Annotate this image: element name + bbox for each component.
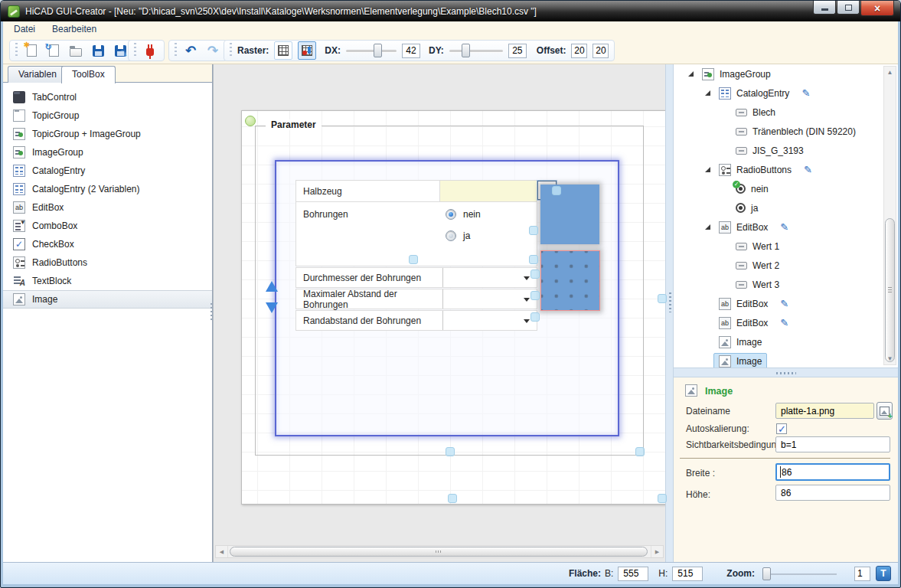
resize-handle[interactable]: [529, 226, 538, 235]
tree-item-nein[interactable]: nein: [674, 179, 898, 198]
vertical-splitter[interactable]: [665, 64, 674, 562]
move-vertical-arrows[interactable]: [264, 281, 279, 313]
resize-handle[interactable]: [409, 255, 418, 264]
scroll-up-arrow[interactable]: ▲: [884, 67, 896, 78]
text-mode-button[interactable]: T: [876, 566, 891, 581]
browse-image-button[interactable]: [877, 402, 893, 420]
tree-item-content[interactable]: Wert 2: [730, 258, 785, 273]
open-button[interactable]: [67, 41, 84, 60]
zoom-value-input[interactable]: [854, 567, 870, 581]
horizontal-splitter[interactable]: [674, 368, 898, 377]
edit-pencil-icon[interactable]: [804, 165, 812, 175]
toolbox-item-topicgroup-imagegroup[interactable]: TopicGroup + ImageGroup: [3, 125, 212, 143]
flaeche-b-input[interactable]: [618, 567, 648, 581]
tree-item-wert-2[interactable]: Wert 2: [674, 256, 898, 275]
autoskalierung-checkbox[interactable]: [776, 423, 787, 434]
resize-handle[interactable]: [658, 294, 667, 303]
hoehe-input[interactable]: [775, 485, 890, 501]
design-canvas[interactable]: Parameter Halbzeug Bohrungen nein: [213, 64, 665, 562]
grid-snap-toggle-button[interactable]: [298, 41, 316, 60]
zoom-slider[interactable]: [762, 567, 837, 581]
resize-handle[interactable]: [530, 291, 540, 300]
toolbox-item-topicgroup[interactable]: TopicGroup: [3, 106, 212, 125]
radio-option-nein[interactable]: nein: [446, 209, 481, 220]
tree-item-content[interactable]: CatalogEntry: [713, 85, 795, 102]
tree-item-ja[interactable]: ja: [674, 198, 898, 217]
menu-datei[interactable]: Datei: [14, 24, 35, 34]
toolbox-item-combobox[interactable]: ComboBox: [3, 217, 212, 235]
toolbox-item-tabcontrol[interactable]: TabControl: [3, 88, 212, 106]
breite-input[interactable]: [775, 463, 890, 481]
tree-item-editbox[interactable]: EditBox: [674, 313, 898, 332]
scroll-left-arrow[interactable]: ◀: [216, 546, 228, 557]
abstand-combobox[interactable]: [442, 289, 537, 309]
tree-item-wert-1[interactable]: Wert 1: [674, 237, 898, 256]
toolbox-item-image[interactable]: Image: [3, 290, 212, 309]
resize-handle[interactable]: [552, 186, 561, 195]
tree-item-blech[interactable]: Blech: [674, 103, 898, 122]
tree-expander-icon[interactable]: [701, 224, 713, 230]
edit-pencil-icon[interactable]: [780, 318, 788, 328]
design-page[interactable]: Parameter Halbzeug Bohrungen nein: [241, 110, 666, 505]
scroll-down-arrow[interactable]: ▼: [884, 353, 896, 364]
tree-item-content[interactable]: EditBox: [713, 219, 773, 236]
edit-pencil-icon[interactable]: [780, 222, 788, 232]
offset-y-input[interactable]: [593, 44, 609, 58]
tree-item-jis-g-3193[interactable]: JIS_G_3193: [674, 141, 898, 160]
dy-slider-thumb[interactable]: [462, 44, 470, 57]
tree-item-image[interactable]: Image: [674, 332, 898, 351]
tree-item-content[interactable]: Image: [713, 334, 767, 351]
redo-button[interactable]: ↷: [204, 41, 221, 60]
tree-item-content[interactable]: Wert 1: [730, 239, 785, 254]
tree-item-content[interactable]: ja: [730, 201, 763, 216]
scrollbar-thumb[interactable]: [230, 547, 648, 557]
tree-expander-icon[interactable]: [701, 90, 713, 96]
maximize-button[interactable]: [837, 1, 860, 15]
dy-value-input[interactable]: [508, 44, 527, 58]
toolbox-item-radiobuttons[interactable]: RadioButtons: [3, 253, 212, 272]
resize-handle[interactable]: [530, 270, 540, 279]
tree-item-content[interactable]: JIS_G_3193: [730, 143, 809, 158]
tab-toolbox[interactable]: ToolBox: [61, 66, 116, 83]
dx-value-input[interactable]: [402, 44, 420, 58]
toolbox-item-checkbox[interactable]: CheckBox: [3, 235, 212, 253]
flaeche-h-input[interactable]: [672, 567, 703, 581]
menu-bearbeiten[interactable]: Bearbeiten: [52, 24, 96, 34]
resize-handle[interactable]: [446, 447, 455, 456]
tree-item-content[interactable]: Image: [713, 353, 767, 368]
tree-item-content[interactable]: Blech: [730, 105, 781, 120]
edit-pencil-icon[interactable]: [780, 299, 788, 309]
resize-handle[interactable]: [530, 312, 540, 322]
resize-handle[interactable]: [448, 494, 457, 503]
toolbox-item-catalogentry[interactable]: CatalogEntry: [3, 162, 212, 180]
tree-item-wert-3[interactable]: Wert 3: [674, 275, 898, 294]
toolbox-item-textblock[interactable]: TextBlock: [3, 272, 212, 290]
tree-item-image[interactable]: Image: [674, 351, 898, 368]
sichtbarkeit-input[interactable]: [775, 436, 890, 452]
save-button[interactable]: [90, 41, 106, 60]
toolbox-item-editbox[interactable]: EditBox: [3, 198, 212, 217]
dx-slider-thumb[interactable]: [374, 44, 382, 57]
image-placeholder-drilled[interactable]: [540, 250, 600, 311]
tree-item-content[interactable]: EditBox: [713, 315, 773, 332]
resize-handle[interactable]: [635, 447, 645, 456]
tree-item-editbox[interactable]: EditBox: [674, 294, 898, 313]
dy-slider[interactable]: [449, 43, 503, 58]
tree-item-editbox[interactable]: EditBox: [674, 217, 898, 237]
canvas-horizontal-scrollbar[interactable]: ◀ ▶: [215, 545, 664, 558]
grid-toggle-button[interactable]: [274, 41, 292, 60]
durchmesser-combobox[interactable]: [442, 268, 537, 287]
randabstand-combobox[interactable]: [442, 311, 537, 330]
scrollbar-thumb[interactable]: [885, 218, 895, 362]
tree-item-imagegroup[interactable]: ImageGroup: [674, 64, 898, 83]
tree-item-content[interactable]: nein: [730, 181, 774, 197]
tree-expander-icon[interactable]: [684, 71, 697, 77]
offset-x-input[interactable]: [571, 44, 587, 58]
radio-option-ja[interactable]: ja: [446, 230, 470, 241]
undo-button[interactable]: ↶: [182, 41, 199, 60]
zoom-slider-thumb[interactable]: [762, 567, 771, 580]
dx-slider[interactable]: [346, 43, 397, 58]
edit-pencil-icon[interactable]: [801, 88, 810, 98]
tree-expander-icon[interactable]: [701, 167, 713, 172]
radio-checked-icon[interactable]: [446, 209, 456, 220]
